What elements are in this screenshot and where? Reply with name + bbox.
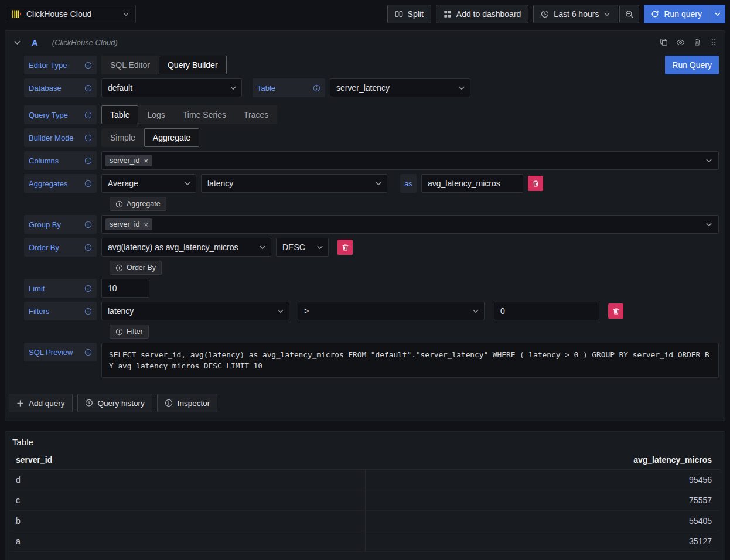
editor-type-option-query-builder[interactable]: Query Builder	[159, 56, 227, 74]
inspector-button[interactable]: Inspector	[157, 394, 218, 412]
query-type-option-logs[interactable]: Logs	[138, 105, 173, 124]
builder-mode-option-aggregate[interactable]: Aggregate	[144, 128, 200, 147]
columns-field-label: Columns	[24, 151, 97, 170]
clock-icon	[541, 10, 549, 18]
run-query-panel-button[interactable]: Run Query	[665, 56, 719, 74]
add-aggregate-button[interactable]: Aggregate	[110, 197, 166, 211]
select-value: >	[304, 306, 309, 316]
aggregate-alias-input[interactable]	[421, 174, 523, 193]
chevron-down-icon	[259, 244, 266, 251]
info-icon[interactable]	[84, 62, 92, 69]
database-field-label: Database	[24, 78, 97, 97]
plus-circle-icon	[115, 264, 123, 272]
editor-type-option-sql-editor[interactable]: SQL Editor	[101, 56, 159, 74]
add-to-dashboard-button[interactable]: Add to dashboard	[436, 5, 529, 23]
run-query-caret-button[interactable]	[709, 5, 725, 23]
builder-mode-option-simple[interactable]: Simple	[101, 128, 144, 147]
cell-server-id: d	[10, 470, 365, 490]
drag-handle-icon[interactable]	[709, 38, 718, 46]
delete-query-trash-icon[interactable]	[693, 38, 701, 46]
info-icon[interactable]	[84, 221, 92, 228]
remove-filter-button[interactable]	[608, 303, 623, 319]
info-icon[interactable]	[84, 84, 92, 92]
duplicate-query-icon[interactable]	[660, 38, 668, 46]
add-query-button[interactable]: Add query	[9, 394, 73, 412]
apps-grid-icon	[444, 10, 452, 18]
group-by-row: Group By server_id ×	[24, 215, 719, 234]
toggle-visibility-eye-icon[interactable]	[676, 38, 685, 47]
filter-column-select[interactable]: latency	[101, 302, 289, 320]
split-label: Split	[408, 9, 424, 19]
add-order-by-button[interactable]: Order By	[110, 261, 162, 275]
order-by-field-label: Order By	[24, 238, 97, 257]
info-icon[interactable]	[84, 157, 92, 165]
filter-operator-select[interactable]: >	[298, 302, 485, 320]
table-header-row: server_id avg_latency_micros	[10, 450, 720, 470]
datasource-name: ClickHouse Cloud	[26, 9, 118, 19]
sync-icon	[651, 10, 659, 18]
builder-mode-row: Builder Mode Simple Aggregate	[24, 128, 719, 147]
order-by-row: Order By avg(latency) as avg_latency_mic…	[24, 238, 719, 257]
info-circle-icon	[165, 399, 173, 407]
split-button[interactable]: Split	[387, 5, 431, 23]
zoom-out-icon	[625, 10, 634, 19]
query-type-option-time-series[interactable]: Time Series	[174, 105, 235, 124]
query-editor-panel: A (ClickHouse Cloud) Editor Type	[5, 30, 725, 421]
collapse-chevron-icon[interactable]	[13, 39, 21, 46]
label-text: Editor Type	[29, 61, 67, 70]
query-type-option-table[interactable]: Table	[101, 105, 138, 124]
remove-order-by-button[interactable]	[337, 240, 353, 255]
info-icon[interactable]	[84, 111, 92, 119]
add-filter-row: Filter	[110, 325, 719, 339]
filter-value-input[interactable]	[494, 302, 599, 320]
order-by-column-select[interactable]: avg(latency) as avg_latency_micros	[101, 238, 271, 257]
column-header-server-id[interactable]: server_id	[10, 450, 365, 469]
info-icon[interactable]	[84, 180, 92, 187]
aggregate-column-select[interactable]: latency	[201, 174, 387, 193]
info-icon[interactable]	[84, 244, 92, 251]
info-icon[interactable]	[84, 349, 92, 356]
add-aggregate-label: Aggregate	[127, 200, 161, 208]
remove-aggregate-button[interactable]	[528, 176, 543, 191]
chevron-down-icon	[705, 221, 712, 228]
zoom-out-button[interactable]	[619, 5, 639, 23]
chevron-down-icon	[277, 308, 284, 315]
cell-server-id: a	[10, 531, 365, 551]
time-range-picker[interactable]: Last 6 hours	[533, 5, 618, 23]
column-header-avg-latency-micros[interactable]: avg_latency_micros	[365, 450, 720, 469]
group-by-multiselect[interactable]: server_id ×	[101, 215, 719, 234]
remove-tag-icon[interactable]: ×	[144, 221, 148, 228]
query-type-row: Query Type Table Logs Time Series Traces	[24, 105, 719, 124]
cell-avg-latency-micros: 55405	[365, 511, 720, 531]
query-type-option-traces[interactable]: Traces	[235, 105, 277, 124]
limit-input[interactable]	[101, 279, 149, 298]
editor-type-row: Editor Type SQL Editor Query Builder Run…	[24, 56, 719, 74]
info-icon[interactable]	[313, 84, 320, 92]
plus-circle-icon	[115, 328, 123, 336]
table-select[interactable]: server_latency	[330, 78, 470, 97]
query-editor-footer: Add query Query history Inspector	[5, 382, 725, 421]
results-table: server_id avg_latency_micros d 95456 c 7…	[5, 450, 725, 560]
query-ref-id[interactable]: A	[32, 37, 38, 47]
select-value: default	[108, 83, 132, 93]
datasource-hint: (ClickHouse Cloud)	[52, 38, 118, 47]
info-icon[interactable]	[84, 308, 92, 315]
split-icon	[395, 10, 403, 18]
query-type-field-label: Query Type	[24, 105, 97, 124]
as-label: as	[400, 174, 417, 193]
add-to-dashboard-label: Add to dashboard	[456, 9, 521, 19]
query-history-button[interactable]: Query history	[77, 394, 152, 412]
add-filter-button[interactable]: Filter	[110, 325, 149, 339]
database-select[interactable]: default	[101, 78, 242, 97]
datasource-picker[interactable]: ClickHouse Cloud	[5, 5, 136, 23]
aggregate-function-select[interactable]: Average	[101, 174, 196, 193]
info-icon[interactable]	[84, 134, 92, 142]
remove-tag-icon[interactable]: ×	[144, 157, 148, 165]
run-query-button[interactable]: Run query	[644, 5, 709, 23]
chevron-down-icon	[230, 84, 237, 91]
info-icon[interactable]	[84, 285, 92, 292]
columns-multiselect[interactable]: server_id ×	[101, 151, 719, 170]
select-value: Average	[108, 179, 138, 188]
order-by-direction-select[interactable]: DESC	[276, 238, 329, 257]
inspector-label: Inspector	[178, 399, 210, 408]
